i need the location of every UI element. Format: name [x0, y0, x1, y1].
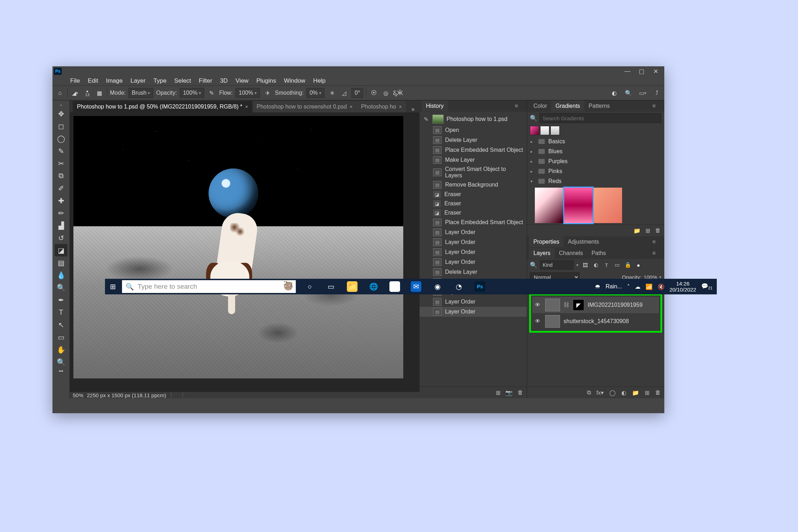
clock[interactable]: 14:26 20/10/2022 [670, 281, 696, 293]
tab-adjustments[interactable]: Adjustments [564, 237, 603, 247]
maximize-button[interactable]: ▢ [634, 67, 649, 76]
trash-icon[interactable]: 🗑 [517, 389, 523, 396]
menu-type[interactable]: Type [150, 76, 170, 85]
group-icon[interactable]: 📁 [632, 389, 639, 396]
history-step[interactable]: ▤Open [420, 125, 527, 135]
cortana-icon[interactable]: ○ [304, 281, 315, 292]
search-icon[interactable]: 🔍 [624, 88, 633, 98]
menu-edit[interactable]: Edit [84, 76, 101, 85]
edge-icon[interactable]: 🌐 [368, 281, 379, 292]
close-icon[interactable]: × [245, 104, 248, 110]
filter-shape-icon[interactable]: ▭ [613, 261, 621, 269]
canvas-area[interactable] [70, 112, 420, 392]
tab-layers[interactable]: Layers [529, 248, 555, 259]
panel-menu-icon[interactable]: ≡ [646, 237, 662, 247]
tab-patterns[interactable]: Patterns [584, 101, 614, 111]
history-step[interactable]: ▤Place Embedded Smart Object [420, 145, 527, 155]
move-tool-icon[interactable]: ✥ [55, 107, 67, 120]
gradient-thumb[interactable] [535, 188, 563, 223]
history-snapshot-thumb[interactable] [432, 115, 444, 124]
menu-file[interactable]: File [67, 76, 83, 85]
gradients-search-input[interactable] [539, 113, 661, 123]
folder-icon[interactable]: 📁 [633, 227, 641, 234]
healing-tool-icon[interactable]: ✚ [55, 194, 67, 207]
butterfly-icon[interactable]: Ƹ̵̡Ӝ [393, 88, 403, 98]
gradient-folder[interactable]: ▸Basics [527, 137, 664, 146]
notifications-icon[interactable]: 💬21 [701, 283, 713, 290]
opacity-field[interactable]: 100%▾ [180, 88, 204, 98]
filter-pixel-icon[interactable]: 🖼 [581, 261, 589, 269]
start-button[interactable]: ⊞ [105, 282, 121, 291]
layer-name[interactable]: shutterstock_1454730908 [564, 318, 629, 325]
eyedropper-tool-icon[interactable]: ✐ [55, 182, 67, 194]
weather-text[interactable]: Rain... [605, 283, 622, 290]
trash-icon[interactable]: 🗑 [655, 227, 661, 234]
brush-panel-icon[interactable]: ▦ [95, 88, 104, 98]
history-step[interactable]: ▤Remove Background [420, 180, 527, 190]
filter-adjust-icon[interactable]: ◐ [592, 261, 600, 269]
close-icon[interactable]: × [350, 104, 353, 110]
wifi-icon[interactable]: 📶 [645, 283, 653, 290]
mask-icon[interactable]: ◯ [609, 389, 616, 396]
document-tab[interactable]: Photoshop ho× [357, 101, 406, 112]
edit-toolbar-icon[interactable]: ••• [55, 368, 67, 375]
minimize-button[interactable]: — [620, 67, 634, 76]
path-select-tool-icon[interactable]: ↖ [55, 318, 67, 331]
menu-select[interactable]: Select [171, 76, 194, 85]
layer-row[interactable]: 👁shutterstock_1454730908 [532, 313, 659, 329]
history-step[interactable]: ▤Layer Order [420, 307, 527, 317]
history-step[interactable]: ▤Layer Order [420, 247, 527, 257]
adjustment-icon[interactable]: ◐ [621, 389, 626, 396]
layer-mask-thumb[interactable]: ◤ [573, 299, 584, 311]
tab-gradients[interactable]: Gradients [551, 101, 584, 111]
chrome-icon[interactable]: ◉ [432, 281, 443, 292]
onedrive-icon[interactable]: ☁ [635, 283, 641, 290]
type-tool-icon[interactable]: T [55, 306, 67, 318]
layer-thumb[interactable] [545, 299, 560, 311]
flow-field[interactable]: 100%▾ [235, 88, 260, 98]
gradient-folder[interactable]: ▸Blues [527, 146, 664, 156]
zoom-tool-icon[interactable]: 🔍 [55, 356, 67, 368]
history-step[interactable]: ▤Delete Layer [420, 135, 527, 145]
brush-tool-icon[interactable]: ✏ [55, 207, 67, 219]
history-snapshot-label[interactable]: Photoshop how to 1.psd [447, 116, 508, 122]
gradient-tool-icon[interactable]: ▤ [55, 256, 67, 269]
history-step[interactable]: ▤Layer Order [420, 297, 527, 307]
history-step[interactable]: ◪Eraser [420, 208, 527, 217]
zoom-readout[interactable]: 50% [73, 392, 83, 398]
tab-paths[interactable]: Paths [587, 248, 610, 259]
history-step[interactable]: ▤Layer Order [420, 227, 527, 237]
lasso-tool-icon[interactable]: ◯ [55, 132, 67, 145]
mode-select[interactable]: Brush▾ [128, 88, 153, 98]
quick-select-tool-icon[interactable]: ✎ [55, 145, 67, 157]
collapse-tools-icon[interactable]: » [52, 102, 70, 107]
pen-tool-icon[interactable]: ✒ [55, 294, 67, 306]
gradient-folder[interactable]: ▸Purples [527, 156, 664, 166]
crop-tool-icon[interactable]: ✂ [55, 157, 67, 170]
gradient-thumb-selected[interactable] [564, 188, 593, 223]
menu-help[interactable]: Help [310, 76, 329, 85]
link-layers-icon[interactable]: ⧉ [587, 389, 591, 396]
fx-icon[interactable]: fx▾ [597, 389, 604, 396]
share-icon[interactable]: ⤴ [652, 88, 661, 98]
pressure-size-icon[interactable]: ◎ [381, 88, 390, 98]
gradient-folder-reds[interactable]: ▾ Reds [527, 176, 664, 186]
panel-menu-icon[interactable]: ≡ [646, 248, 662, 259]
tool-preset-icon[interactable]: ◢▾ [71, 88, 80, 98]
panel-menu-icon[interactable]: ≡ [646, 101, 662, 111]
panel-menu-icon[interactable]: ≡ [508, 101, 525, 111]
history-step[interactable]: ◪Eraser [420, 190, 527, 199]
cloud-user-icon[interactable]: ◐ [610, 88, 619, 98]
link-icon[interactable]: ⛓ [564, 302, 569, 308]
brush-preview-icon[interactable]: ●13 [83, 88, 92, 98]
taskbar-search[interactable]: 🔍 Type here to search 🦥 [122, 280, 296, 293]
workspace-icon[interactable]: ▭▾ [638, 88, 647, 98]
home-icon[interactable]: ⌂ [55, 88, 65, 98]
symmetry-icon[interactable]: ⦿ [369, 88, 378, 98]
new-layer-icon[interactable]: ⊞ [645, 389, 649, 396]
document-tab[interactable]: Photoshop how to screenshot 0.psd× [253, 101, 357, 112]
filter-smart-icon[interactable]: 🔒 [624, 261, 632, 269]
search-icon[interactable]: 🔍 [530, 115, 537, 122]
tab-channels[interactable]: Channels [555, 248, 587, 259]
history-step[interactable]: ◪Eraser [420, 199, 527, 208]
